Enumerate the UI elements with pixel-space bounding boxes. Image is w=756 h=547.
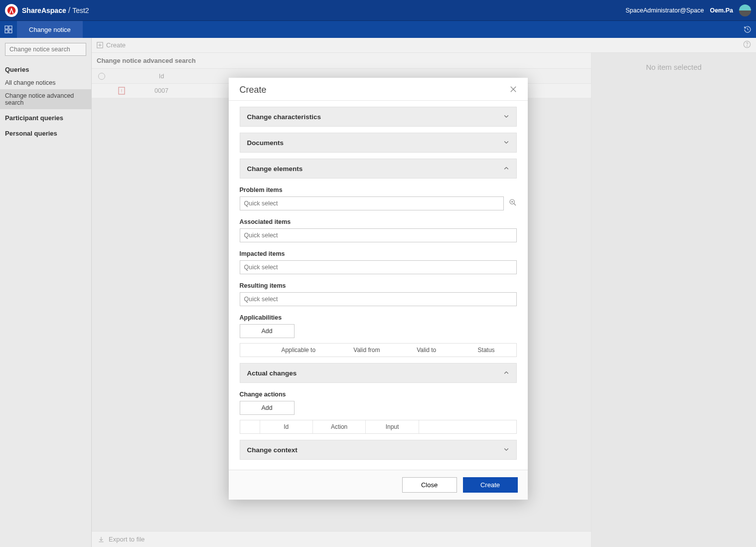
chevron-down-icon [503, 138, 509, 147]
select-all-icon[interactable] [98, 73, 105, 80]
resulting-items-input[interactable] [240, 292, 517, 306]
close-icon[interactable] [510, 86, 517, 95]
chevron-up-icon [503, 368, 509, 377]
change-notice-icon: ! [118, 87, 125, 95]
svg-point-9 [747, 45, 747, 46]
applicabilities-table: Applicable to Valid from Valid to Status [240, 343, 517, 357]
col-ca-id: Id [260, 420, 313, 433]
no-item-label: No item selected [646, 63, 702, 71]
col-valid-from: Valid from [337, 344, 397, 357]
create-label: Create [106, 41, 126, 49]
avatar[interactable] [739, 4, 751, 16]
label-impacted-items: Impacted items [240, 250, 517, 257]
row-id: 0007 [132, 87, 191, 94]
change-actions-table: Id Action Input [240, 420, 517, 434]
search-zoom-icon[interactable] [509, 198, 517, 208]
export-button[interactable]: Export to file [92, 531, 591, 547]
svg-rect-4 [9, 30, 12, 33]
label-associated-items: Associated items [240, 218, 517, 225]
label-problem-items: Problem items [240, 186, 517, 193]
breadcrumb-space[interactable]: Test2 [72, 6, 89, 14]
section-documents[interactable]: Documents [240, 133, 517, 153]
create-modal: Create Change characteristics Documents [229, 78, 528, 500]
search-input[interactable] [5, 43, 86, 56]
add-applicability-button[interactable]: Add [240, 324, 295, 338]
user-name[interactable]: Oem.Pa [710, 7, 733, 14]
chevron-down-icon [503, 112, 509, 121]
brand-logo [5, 4, 18, 17]
col-ca-input: Input [366, 420, 419, 433]
export-label: Export to file [109, 536, 145, 543]
svg-rect-3 [5, 30, 8, 33]
detail-panel: No item selected [592, 53, 756, 547]
svg-rect-1 [5, 26, 8, 29]
modal-title: Create [240, 85, 267, 95]
sidebar-section-personal[interactable]: Personal queries [0, 125, 91, 140]
col-status: Status [456, 344, 516, 357]
col-ca-action: Action [313, 420, 366, 433]
tab-change-notice[interactable]: Change notice [17, 21, 83, 38]
col-valid-to: Valid to [397, 344, 456, 357]
help-icon[interactable] [743, 40, 751, 50]
svg-rect-2 [9, 26, 12, 29]
history-icon[interactable] [739, 25, 756, 33]
label-applicabilities: Applicabilities [240, 314, 517, 321]
section-actual-changes[interactable]: Actual changes [240, 363, 517, 383]
column-id[interactable]: Id [132, 73, 191, 80]
tab-label: Change notice [29, 26, 71, 33]
section-change-context[interactable]: Change context [240, 440, 517, 460]
sidebar-section-participant[interactable]: Participant queries [0, 109, 91, 125]
label-change-actions: Change actions [240, 391, 517, 398]
impacted-items-input[interactable] [240, 260, 517, 274]
sidebar-item-advanced-search[interactable]: Change notice advanced search [0, 89, 91, 109]
role-label: SpaceAdministrator@Space [625, 7, 704, 14]
chevron-up-icon [503, 164, 509, 173]
col-applicable-to: Applicable to [260, 344, 337, 357]
associated-items-input[interactable] [240, 228, 517, 242]
sidebar-item-all-change-notices[interactable]: All change notices [0, 76, 91, 89]
create-submit-button[interactable]: Create [463, 477, 518, 493]
apps-icon[interactable] [0, 21, 17, 38]
chevron-down-icon [503, 445, 509, 454]
problem-items-input[interactable] [240, 196, 504, 210]
label-resulting-items: Resulting items [240, 282, 517, 289]
create-button[interactable]: Create [97, 41, 126, 49]
close-button[interactable]: Close [402, 477, 457, 493]
sidebar-section-queries: Queries [0, 61, 91, 76]
brand-name: ShareAspace [22, 6, 66, 14]
svg-text:!: ! [121, 88, 123, 93]
svg-line-15 [514, 203, 516, 205]
section-change-characteristics[interactable]: Change characteristics [240, 107, 517, 127]
add-change-action-button[interactable]: Add [240, 401, 295, 415]
section-change-elements[interactable]: Change elements [240, 159, 517, 179]
tab-bar: Change notice [0, 21, 756, 38]
sidebar: Queries All change notices Change notice… [0, 38, 92, 547]
app-header: ShareAspace / Test2 SpaceAdministrator@S… [0, 0, 756, 21]
results-title: Change notice advanced search [92, 53, 591, 69]
breadcrumb-separator: / [68, 6, 70, 15]
